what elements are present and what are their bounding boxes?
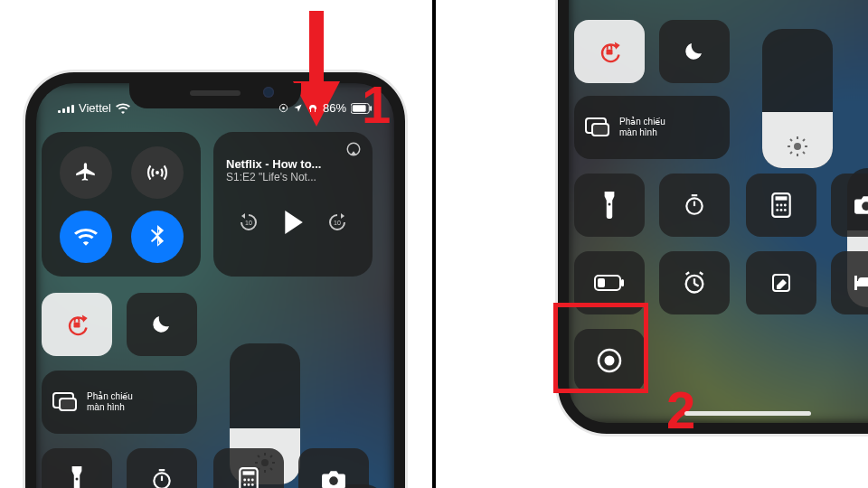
flashlight-button[interactable]	[574, 174, 645, 237]
flashlight-icon	[602, 192, 617, 219]
svg-point-29	[251, 479, 254, 482]
svg-rect-61	[621, 279, 624, 286]
wifi-status-icon	[116, 103, 130, 114]
svg-point-54	[780, 204, 783, 207]
battery-low-power-icon	[594, 275, 625, 291]
alarm-icon	[682, 270, 707, 296]
svg-rect-37	[592, 124, 609, 136]
phone-frame-step1: Viettel 86%	[25, 72, 405, 488]
svg-point-30	[243, 483, 246, 486]
camera-button[interactable]	[298, 448, 369, 488]
flashlight-button[interactable]	[42, 448, 112, 488]
svg-point-21	[76, 477, 79, 480]
play-icon	[282, 211, 304, 234]
rotation-lock-toggle[interactable]	[42, 293, 112, 356]
skip-forward-button[interactable]: 10	[326, 211, 348, 233]
calculator-icon	[239, 467, 259, 488]
wifi-icon	[74, 228, 98, 246]
screen-mirroring-icon	[585, 117, 610, 137]
svg-rect-62	[598, 278, 605, 287]
svg-point-1	[282, 107, 285, 109]
headphones-icon	[307, 103, 318, 114]
timer-icon	[150, 468, 174, 488]
svg-point-56	[776, 209, 778, 211]
moon-icon	[151, 314, 173, 335]
svg-rect-35	[607, 50, 613, 55]
svg-point-48	[686, 198, 702, 213]
svg-point-57	[780, 209, 783, 211]
bluetooth-icon	[148, 225, 166, 249]
timer-button[interactable]	[659, 174, 730, 237]
notes-icon	[770, 272, 792, 294]
airplay-icon[interactable]	[345, 141, 362, 157]
airplane-icon	[74, 161, 98, 184]
camera-icon	[321, 470, 346, 488]
svg-text:10: 10	[334, 220, 341, 226]
airplane-mode-toggle[interactable]	[60, 146, 112, 199]
carrier-label: Viettel	[79, 101, 111, 115]
svg-point-27	[243, 479, 246, 482]
do-not-disturb-toggle[interactable]	[127, 293, 197, 356]
cellular-data-toggle[interactable]	[131, 146, 184, 199]
do-not-disturb-toggle[interactable]	[659, 20, 730, 83]
camera-button[interactable]	[831, 174, 868, 237]
calculator-button[interactable]	[746, 174, 816, 237]
brightness-slider[interactable]	[762, 29, 833, 168]
svg-point-58	[784, 209, 787, 211]
rotation-lock-icon	[597, 39, 622, 64]
bluetooth-toggle[interactable]	[131, 211, 184, 263]
battery-icon	[351, 103, 373, 114]
svg-point-28	[248, 479, 250, 482]
svg-rect-34	[309, 11, 324, 85]
play-button[interactable]	[282, 211, 304, 234]
svg-point-33	[329, 476, 338, 485]
timer-button[interactable]	[127, 448, 197, 488]
alarm-button[interactable]	[659, 251, 730, 314]
connectivity-tile[interactable]	[42, 132, 201, 277]
calculator-button[interactable]	[213, 448, 284, 488]
svg-line-44	[803, 152, 805, 154]
step-number-2: 2	[666, 380, 695, 440]
skip-forward-icon: 10	[326, 211, 348, 233]
rotation-lock-icon	[64, 312, 90, 337]
screen-mirroring-button[interactable]: Phản chiếu màn hình	[574, 96, 730, 159]
svg-point-32	[251, 483, 254, 486]
wifi-toggle[interactable]	[60, 211, 112, 263]
annotation-highlight-box	[553, 303, 648, 393]
screen-mirroring-button[interactable]: Phản chiếu màn hình	[42, 371, 197, 434]
svg-point-47	[609, 202, 611, 205]
skip-back-icon: 10	[238, 211, 259, 233]
svg-line-46	[803, 139, 805, 141]
cellular-signal-icon	[58, 103, 74, 113]
media-title: Netflix - How to...	[226, 157, 360, 171]
svg-text:10: 10	[245, 220, 252, 226]
svg-rect-11	[60, 399, 76, 410]
mirror-title: Phản chiếu	[87, 391, 133, 402]
location-status-icon	[278, 103, 288, 113]
svg-point-5	[156, 171, 159, 174]
svg-line-43	[790, 139, 792, 141]
notes-button[interactable]	[746, 251, 816, 314]
calculator-icon	[771, 192, 791, 218]
svg-point-55	[784, 204, 787, 207]
sleep-button[interactable]	[831, 251, 868, 314]
camera-icon	[854, 195, 868, 215]
svg-line-67	[700, 272, 703, 274]
svg-rect-9	[74, 323, 80, 328]
media-tile[interactable]: Netflix - How to... S1:E2 "Life's Not...…	[213, 132, 373, 277]
rotation-lock-toggle[interactable]	[574, 20, 645, 83]
svg-rect-3	[353, 105, 366, 111]
skip-back-button[interactable]: 10	[238, 211, 259, 233]
mirror-title: Phản chiếu	[619, 117, 665, 127]
timer-icon	[683, 193, 706, 217]
nav-arrow-icon	[293, 103, 303, 113]
svg-line-65	[694, 284, 699, 286]
status-bar: Viettel 86%	[58, 101, 373, 115]
moon-icon	[684, 41, 705, 62]
svg-rect-26	[243, 471, 255, 474]
mirror-subtitle: màn hình	[87, 402, 133, 413]
svg-line-45	[790, 152, 792, 154]
flashlight-icon	[70, 466, 84, 488]
svg-point-38	[794, 143, 801, 150]
svg-line-66	[686, 272, 690, 274]
